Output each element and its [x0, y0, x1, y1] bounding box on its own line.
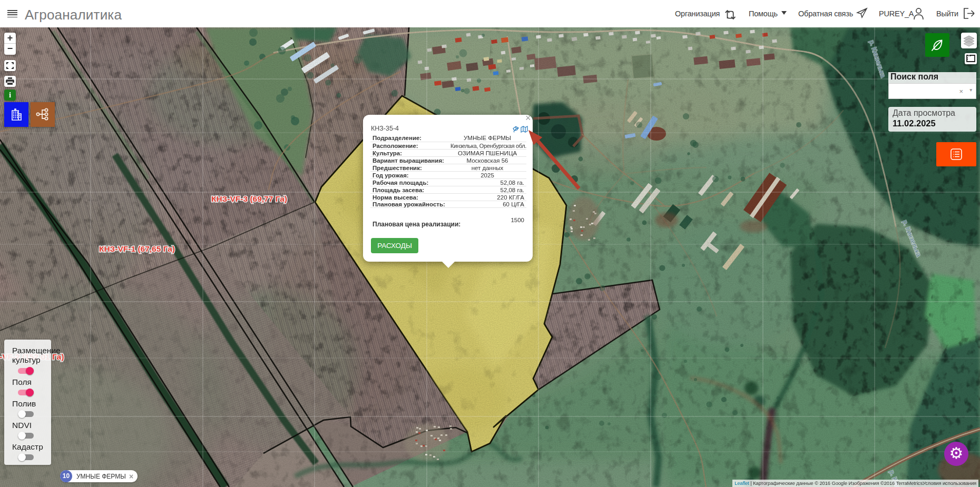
svg-text:КНЗ-VF-3 (69,77 Га): КНЗ-VF-3 (69,77 Га): [211, 194, 287, 203]
svg-text:КНЗ-VF-1 (67,65 Га): КНЗ-VF-1 (67,65 Га): [99, 244, 175, 253]
